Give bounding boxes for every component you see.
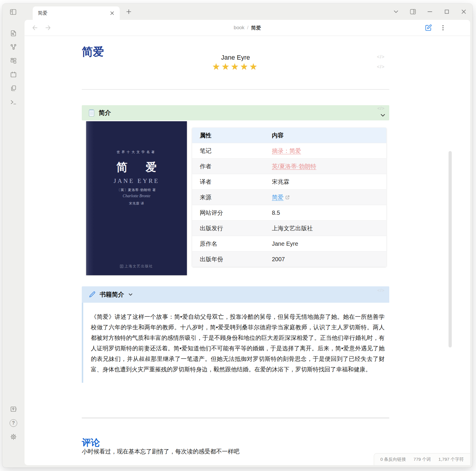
divider (82, 89, 389, 90)
ribbon: ? (2, 20, 25, 467)
row-value: 上海文艺出版社 (264, 221, 386, 236)
cover-title-en: JANE EYRE (86, 177, 187, 185)
calendar-icon[interactable] (10, 71, 17, 78)
divider (82, 418, 389, 418)
character-count[interactable]: 1,797 个字符 (438, 457, 464, 462)
more-options-icon[interactable] (440, 24, 446, 31)
internal-link-author[interactable]: 英/夏洛蒂·勃朗特 (272, 163, 316, 169)
summary-callout-title: 书籍简介 (100, 290, 124, 299)
table-row: 来源 简爱 (192, 190, 386, 205)
backlinks-count[interactable]: 0 条反向链接 (381, 457, 406, 462)
rating-stars: ★★★★★ (82, 61, 389, 72)
terminal-icon[interactable] (10, 99, 17, 106)
table-row: 笔记 摘录：简爱 (192, 143, 386, 159)
external-link-icon (285, 195, 290, 200)
publisher-logo-icon (120, 265, 123, 268)
right-sidebar-toggle-icon[interactable] (409, 8, 416, 15)
left-sidebar-toggle-icon[interactable] (9, 8, 17, 16)
vault-switcher-icon[interactable] (10, 406, 17, 413)
row-label: 来源 (192, 190, 264, 205)
breadcrumb-folder[interactable]: book (234, 25, 244, 31)
column-header-attribute: 属性 (192, 128, 264, 143)
edit-block-icon[interactable]: </> (377, 106, 385, 111)
external-link-source[interactable]: 简爱 (272, 194, 284, 200)
cover-series-text: 世界十大文学名著 (86, 150, 187, 154)
word-count[interactable]: 779 个词 (414, 457, 431, 462)
row-label: 出版年份 (192, 252, 264, 267)
column-header-content: 内容 (264, 128, 386, 143)
row-label: 出版发行 (192, 221, 264, 236)
copy-files-icon[interactable] (10, 85, 17, 92)
book-info-table: 属性 内容 笔记 摘录：简爱 作者 英/夏洛蒂·勃朗特 译者 宋兆霖 (192, 128, 386, 267)
book-cover-image: 世界十大文学名著 简爱 JANE EYRE 〔英〕夏洛蒂·勃朗特 著 Charl… (86, 121, 187, 275)
scrollbar-thumb[interactable] (449, 151, 452, 347)
row-label: 网站评分 (192, 205, 264, 221)
notepad-icon (88, 109, 95, 117)
summary-callout: 书籍简介 </> 《简爱》讲述了这样一个故事：简•爱自幼父母双亡，投靠冷酷的舅母… (82, 286, 389, 383)
chevron-down-icon[interactable] (379, 112, 386, 119)
chevron-down-icon[interactable] (128, 292, 133, 297)
row-label: 笔记 (192, 143, 264, 159)
cover-author-en: Charlotte Bronte (86, 194, 187, 198)
edit-mode-toggle-icon[interactable] (425, 24, 432, 32)
titlebar: 简爱 (2, 4, 472, 20)
new-tab-button[interactable] (126, 8, 132, 15)
breadcrumb: book / 简爱 (25, 20, 470, 36)
tab-close-icon[interactable] (109, 10, 115, 16)
table-header-row: 属性 内容 (192, 128, 386, 143)
book-subtitle: Jane Eyre (82, 54, 389, 61)
intro-callout-header[interactable]: 简介 </> (82, 105, 389, 120)
cover-author-cn: 〔英〕夏洛蒂·勃朗特 著 (86, 188, 187, 192)
cover-translator: 宋兆霖 译 (86, 201, 187, 206)
table-row: 网站评分 8.5 (192, 205, 386, 221)
summary-text: 《简爱》讲述了这样一个故事：简•爱自幼父母双亡，投靠冷酷的舅母，但舅母无情地抛弃… (82, 303, 389, 383)
intro-callout-title: 简介 (99, 109, 111, 117)
editor-panel: book / 简爱 简爱 Jane Eyre ★★★★★ </> </> (25, 20, 470, 465)
tab-jane-eyre[interactable]: 简爱 (33, 6, 120, 20)
row-label: 作者 (192, 159, 264, 174)
row-label: 译者 (192, 174, 264, 190)
row-value: Jane Eyre (264, 236, 386, 252)
view-header: book / 简爱 (25, 20, 470, 36)
table-row: 译者 宋兆霖 (192, 174, 386, 190)
table-row: 出版发行 上海文艺出版社 (192, 221, 386, 236)
cover-publisher: 上海文艺出版社 (86, 264, 187, 269)
breadcrumb-separator: / (247, 25, 249, 31)
row-label: 原作名 (192, 236, 264, 252)
tab-list-chevron-icon[interactable] (392, 8, 399, 15)
settings-gear-icon[interactable] (10, 433, 17, 440)
row-value: 8.5 (264, 205, 386, 221)
maximize-button[interactable] (443, 8, 450, 15)
status-bar: 0 条反向链接 779 个词 1,797 个字符 (374, 453, 470, 465)
breadcrumb-current[interactable]: 简爱 (251, 25, 261, 31)
minimize-button[interactable] (426, 8, 433, 15)
pencil-icon (89, 291, 96, 298)
row-value: 宋兆霖 (264, 174, 386, 190)
edit-block-icon[interactable]: </> (377, 54, 385, 60)
summary-callout-header[interactable]: 书籍简介 </> (82, 286, 389, 303)
dashboard-icon[interactable] (10, 57, 17, 64)
row-value: 2007 (264, 252, 386, 267)
edit-block-icon[interactable]: </> (377, 288, 385, 293)
cover-title-cn: 简爱 (86, 160, 187, 175)
table-row: 出版年份 2007 (192, 252, 386, 267)
help-icon[interactable]: ? (10, 419, 17, 427)
table-row: 作者 英/夏洛蒂·勃朗特 (192, 159, 386, 174)
internal-link-note[interactable]: 摘录：简爱 (272, 148, 301, 154)
note-content: 简爱 Jane Eyre ★★★★★ </> </> 简介 </> (25, 36, 470, 465)
graph-view-icon[interactable] (10, 44, 17, 51)
edit-block-icon[interactable]: </> (377, 64, 385, 70)
comment-text: 小时候看过，现在基本忘了剧情了，每次读的感受都不一样吧 (82, 448, 239, 456)
file-search-icon[interactable] (10, 30, 17, 37)
app-window: 简爱 (2, 4, 472, 467)
table-row: 原作名 Jane Eyre (192, 236, 386, 252)
comments-heading: 评论 (82, 437, 100, 449)
close-window-button[interactable] (460, 8, 467, 15)
tab-title: 简爱 (38, 10, 109, 16)
